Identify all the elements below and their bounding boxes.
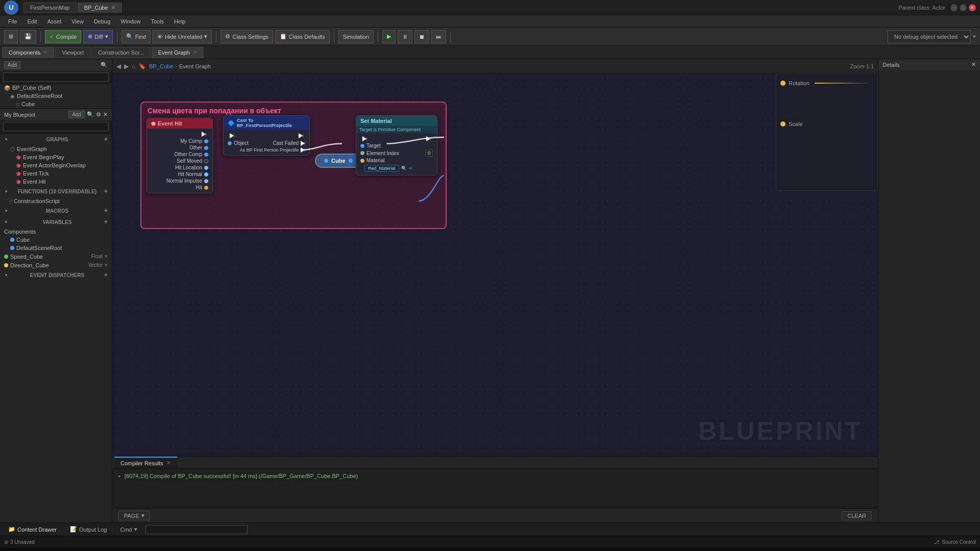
find-button[interactable]: 🔍 Find <box>121 30 151 43</box>
title-tab-bpcube[interactable]: BP_Cube ✕ <box>78 3 122 13</box>
variables-add-icon[interactable]: + <box>104 218 108 226</box>
tab-content-drawer[interactable]: 📁 Content Drawer <box>3 525 62 534</box>
tab-eventgraph-close-icon[interactable]: ✕ <box>193 49 197 55</box>
node-cast-to[interactable]: 🔷 Cast To BP_FirstPersonProjectile Objec… <box>223 115 310 156</box>
cast-exec-out-pin <box>299 133 303 138</box>
tab-cmd[interactable]: Cmd ▾ <box>115 525 142 534</box>
toolbar-save-button[interactable]: 💾 <box>20 30 36 43</box>
details-header: Details ✕ <box>878 59 980 70</box>
my-blueprint-settings-icon: ⚙ <box>96 111 101 118</box>
my-blueprint-search-input[interactable] <box>3 122 109 131</box>
menu-asset[interactable]: Asset <box>42 17 67 26</box>
close-icon[interactable]: ✕ <box>111 5 115 10</box>
pin-target: Target <box>360 142 433 149</box>
breadcrumb-bpcube[interactable]: BP_Cube <box>149 63 173 69</box>
blueprint-canvas[interactable]: Rotation Scale Смена цвета при попадании… <box>112 73 878 456</box>
tree-item-speed-cube-var[interactable]: Speed_Cube Float ▾ <box>0 252 112 261</box>
class-defaults-button[interactable]: 📋 Class Defaults <box>275 30 330 43</box>
breadcrumb-eventgraph[interactable]: Event Graph <box>179 63 211 69</box>
details-close-icon[interactable]: ✕ <box>971 61 976 68</box>
tab-output-log[interactable]: 📝 Output Log <box>65 525 112 534</box>
hide-unrelated-button[interactable]: 👁 Hide Unrelated ▾ <box>153 30 212 43</box>
menu-view[interactable]: View <box>66 17 89 26</box>
debug-object-select[interactable]: No debug object selected <box>888 30 971 43</box>
my-blueprint-add-button[interactable]: Add <box>68 111 85 118</box>
menu-edit[interactable]: Edit <box>22 17 42 26</box>
menu-debug[interactable]: Debug <box>89 17 115 26</box>
variable-type-speed: Float <box>91 254 103 259</box>
console-input[interactable] <box>145 525 248 534</box>
variable-dot-speed <box>4 255 8 259</box>
menu-tools[interactable]: Tools <box>145 17 169 26</box>
tree-item-construction-script[interactable]: 𝑓 ConstructionScript <box>0 197 112 205</box>
tree-item-components-var[interactable]: Components <box>0 228 112 236</box>
tree-item-defaultsceneroot[interactable]: ◉ DefaultSceneRoot <box>0 92 112 100</box>
tree-item-cube[interactable]: □ Cube <box>0 100 112 108</box>
tab-viewport[interactable]: Viewport <box>55 47 90 58</box>
unsaved-status: ⊘ 3 Unsaved <box>4 539 35 545</box>
page-button[interactable]: PAGE ▾ <box>118 511 150 520</box>
material-browse-icon[interactable]: 🔍 <box>401 166 407 171</box>
tab-close-icon[interactable]: ✕ <box>43 49 47 55</box>
variables-section-label[interactable]: VARIABLES + <box>0 216 112 228</box>
tree-item-defaultsceneroot-var[interactable]: DefaultSceneRoot <box>0 244 112 252</box>
tree-item-cube-var[interactable]: Cube <box>0 236 112 244</box>
graphs-add-icon[interactable]: + <box>104 136 108 143</box>
functions-add-icon[interactable]: + <box>104 188 108 195</box>
diff-button[interactable]: ⊕ Diff ▾ <box>83 30 112 43</box>
material-edit-icon[interactable]: ✏ <box>409 166 413 171</box>
menu-help[interactable]: Help <box>169 17 191 26</box>
macros-add-icon[interactable]: + <box>104 207 108 214</box>
components-search-input[interactable] <box>3 72 109 82</box>
my-blueprint-close-icon[interactable]: ✕ <box>103 111 108 118</box>
clear-button[interactable]: CLEAR <box>842 511 872 520</box>
event-dispatchers-add-icon[interactable]: + <box>104 271 108 279</box>
tree-item-event-tick[interactable]: ⬟ Event Tick <box>0 169 112 178</box>
toolbar-separator-5 <box>378 32 378 42</box>
pin-other-comp: Other Comp <box>151 151 208 158</box>
tab-event-graph[interactable]: Event Graph ✕ <box>152 47 204 58</box>
tab-components[interactable]: Components ✕ <box>2 47 54 58</box>
compile-button[interactable]: ✓ Compile <box>45 30 81 43</box>
source-control-status[interactable]: ⎇ Source Control <box>934 539 976 545</box>
play-button[interactable]: ▶ <box>382 30 396 43</box>
node-event-hit[interactable]: ⬟ Event Hit My Comp <box>146 118 213 193</box>
title-tab-firstpersonmap[interactable]: FirstPersonMap <box>23 3 77 13</box>
event-dispatchers-section-label[interactable]: EVENT DISPATCHERS + <box>0 269 112 281</box>
toolbar-layout-button[interactable]: ⊞ <box>4 30 18 43</box>
nav-bookmark-button[interactable]: 🔖 <box>138 63 146 70</box>
nav-home-button[interactable]: ⌂ <box>132 63 135 70</box>
step-button[interactable]: ⏭ <box>431 30 446 43</box>
macros-section-label[interactable]: MACROS + <box>0 205 112 216</box>
tab-construction-scr[interactable]: Construction Scr... <box>91 47 151 58</box>
components-add-button[interactable]: Add <box>4 61 20 69</box>
cast-failed-pin <box>301 141 305 146</box>
nav-forward-button[interactable]: ▶ <box>124 63 129 70</box>
tree-item-event-actoroverlap[interactable]: ⬟ Event ActorBeginOverlap <box>0 161 112 169</box>
class-settings-button[interactable]: ⚙ Class Settings <box>220 30 273 43</box>
node-set-material[interactable]: Set Material Target is Primitive Compone… <box>356 115 437 176</box>
pin-hit-location: Hit Location <box>151 164 208 171</box>
toolbar-separator-6 <box>450 32 451 42</box>
minimize-button[interactable]: ─ <box>950 4 958 11</box>
simulation-button[interactable]: Simulation <box>338 30 374 43</box>
tree-item-event-hit[interactable]: ⬟ Event Hit <box>0 178 112 186</box>
set-mat-exec-row <box>360 135 433 142</box>
node-cube[interactable]: Cube <box>315 154 362 168</box>
close-button[interactable]: ✕ <box>969 4 976 11</box>
compiler-results-close-icon[interactable]: ✕ <box>166 460 171 466</box>
tree-item-eventgraph[interactable]: ⬡ EventGraph <box>0 145 112 153</box>
maximize-button[interactable]: □ <box>960 4 967 11</box>
tree-item-direction-cube-var[interactable]: Direction_Cube Vector ▾ <box>0 261 112 269</box>
toolbar-separator-3 <box>216 32 216 42</box>
graphs-section-label[interactable]: GRAPHS + <box>0 134 112 145</box>
menu-window[interactable]: Window <box>115 17 145 26</box>
tree-item-event-beginplay[interactable]: ⬟ Event BeginPlay <box>0 153 112 161</box>
tree-item-bpcube[interactable]: 📦 BP_Cube (Self) <box>0 84 112 92</box>
nav-back-button[interactable]: ◀ <box>116 63 121 70</box>
pause-button[interactable]: ⏸ <box>398 30 412 43</box>
functions-section-label[interactable]: FUNCTIONS (10 OVERRIDABLE) + <box>0 186 112 197</box>
stop-button[interactable]: ⏹ <box>414 30 429 43</box>
menu-file[interactable]: File <box>3 17 22 26</box>
tab-compiler-results[interactable]: Compiler Results ✕ <box>114 457 177 468</box>
